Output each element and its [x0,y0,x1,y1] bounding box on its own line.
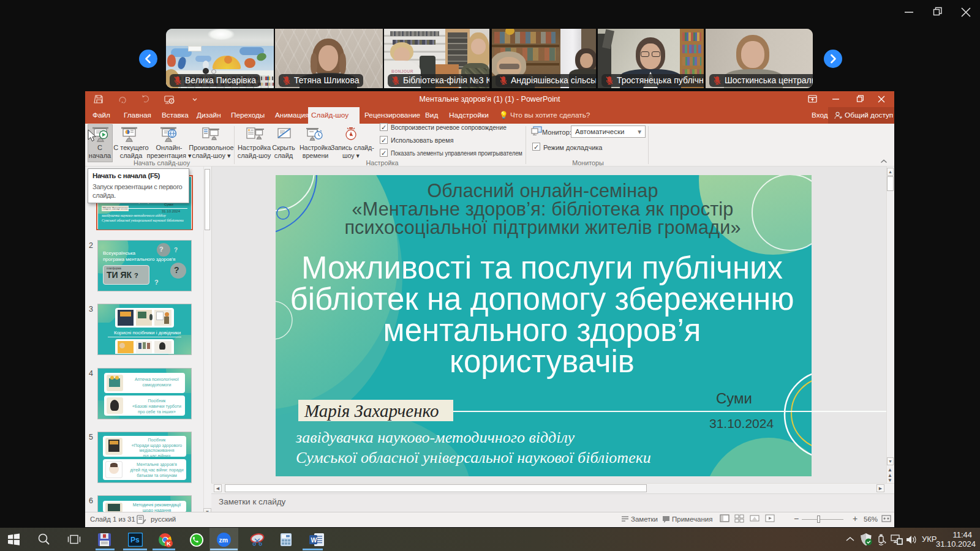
svg-text:Ps: Ps [130,536,140,544]
svg-text:W: W [311,536,317,544]
svg-text:zm: zm [219,536,228,544]
